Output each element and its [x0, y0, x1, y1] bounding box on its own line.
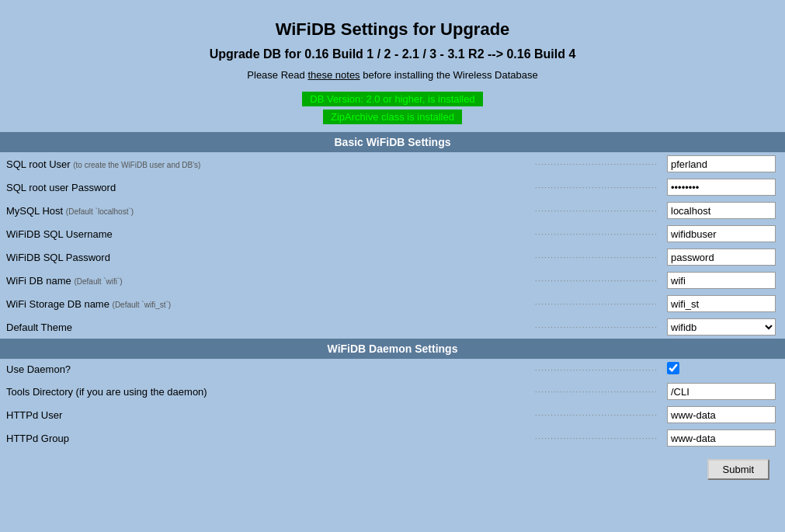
zip-archive-badge: ZipArchive class is installed	[323, 110, 462, 124]
notes-line: Please Read these notes before installin…	[0, 69, 785, 81]
sql-root-password-cell	[661, 176, 785, 199]
field-note: (to create the WiFiDB user and DB's)	[73, 161, 200, 169]
field-dots: ·······································	[264, 245, 661, 269]
sql-root-user-cell	[661, 152, 785, 176]
httpd-group-cell	[661, 426, 785, 450]
default-theme-cell: wifidb	[661, 315, 785, 339]
field-dots: ·······································	[264, 176, 661, 199]
tools-directory-cell	[661, 380, 785, 403]
table-row: HTTPd User······························…	[0, 403, 785, 426]
field-dots: ·······································	[264, 152, 661, 176]
use-daemon-input[interactable]	[667, 362, 679, 374]
db-version-badge: DB Version: 2.0 or higher, is installed	[302, 92, 482, 106]
default-theme-select[interactable]: wifidb	[667, 318, 776, 336]
field-note: (Default `wifi`)	[74, 277, 122, 286]
these-notes-link[interactable]: these notes	[307, 69, 360, 81]
use-daemon-label: Use Daemon?	[0, 359, 264, 380]
basic-settings-header: Basic WiFiDB Settings	[0, 132, 785, 152]
httpd-group-label: HTTPd Group	[0, 426, 264, 450]
wifi-db-name-cell	[661, 269, 785, 292]
table-row: WiFi Storage DB name (Default `wifi_st`)…	[0, 292, 785, 315]
httpd-user-input[interactable]	[667, 406, 776, 423]
submit-row: Submit	[0, 450, 785, 488]
field-dots: ·······································	[264, 292, 661, 315]
field-label: WiFiDB SQL Password	[6, 252, 110, 263]
mysql-host-cell	[661, 199, 785, 222]
httpd-user-label: HTTPd User	[0, 403, 264, 426]
table-row: SQL root User (to create the WiFiDB user…	[0, 152, 785, 176]
field-dots: ·······································	[264, 403, 661, 426]
httpd-group-input[interactable]	[667, 429, 776, 447]
wifidb-sql-username-cell	[661, 222, 785, 245]
table-row: Use Daemon?·····························…	[0, 359, 785, 380]
table-row: SQL root user Password··················…	[0, 176, 785, 199]
table-row: HTTPd Group·····························…	[0, 426, 785, 450]
table-row: Default Theme···························…	[0, 315, 785, 339]
wifi-storage-db-name-label: WiFi Storage DB name (Default `wifi_st`)	[0, 292, 264, 315]
field-dots: ·······································	[264, 315, 661, 339]
wifidb-sql-password-cell	[661, 245, 785, 269]
page-container: WiFiDB Settings for Upgrade Upgrade DB f…	[0, 0, 785, 495]
mysql-host-label: MySQL Host (Default `localhost`)	[0, 199, 264, 222]
sql-root-user-input[interactable]	[667, 155, 776, 172]
wifi-db-name-label: WiFi DB name (Default `wifi`)	[0, 269, 264, 292]
default-theme-label: Default Theme	[0, 315, 264, 339]
daemon-settings-table: Use Daemon?·····························…	[0, 359, 785, 450]
field-label: HTTPd Group	[6, 433, 69, 444]
field-label: SQL root User	[6, 158, 71, 170]
field-label: SQL root user Password	[6, 182, 116, 193]
httpd-user-cell	[661, 403, 785, 426]
wifi-storage-db-name-cell	[661, 292, 785, 315]
use-daemon-cell	[661, 359, 785, 380]
field-note: (Default `localhost`)	[66, 207, 134, 216]
mysql-host-input[interactable]	[667, 202, 776, 219]
field-dots: ·······································	[264, 222, 661, 245]
sql-root-password-label: SQL root user Password	[0, 176, 264, 199]
field-label: Use Daemon?	[6, 363, 71, 375]
sql-root-user-label: SQL root User (to create the WiFiDB user…	[0, 152, 264, 176]
wifi-db-name-input[interactable]	[667, 272, 776, 289]
subtitle: Upgrade DB for 0.16 Build 1 / 2 - 2.1 / …	[0, 47, 785, 61]
field-label: Tools Directory (if you are using the da…	[6, 386, 207, 398]
tools-directory-input[interactable]	[667, 383, 776, 400]
table-row: Tools Directory (if you are using the da…	[0, 380, 785, 403]
table-row: MySQL Host (Default `localhost`)········…	[0, 199, 785, 222]
page-title: WiFiDB Settings for Upgrade	[0, 19, 785, 40]
field-label: MySQL Host	[6, 205, 63, 217]
field-dots: ·······································	[264, 359, 661, 380]
status-block: DB Version: 2.0 or higher, is installed …	[0, 90, 785, 126]
table-row: WiFi DB name (Default `wifi`)···········…	[0, 269, 785, 292]
field-dots: ·······································	[264, 426, 661, 450]
basic-settings-table: SQL root User (to create the WiFiDB user…	[0, 152, 785, 339]
field-dots: ·······································	[264, 380, 661, 403]
wifi-storage-db-name-input[interactable]	[667, 295, 776, 312]
field-label: HTTPd User	[6, 409, 62, 421]
daemon-settings-header: WiFiDB Daemon Settings	[0, 339, 785, 359]
table-row: WiFiDB SQL Username·····················…	[0, 222, 785, 245]
notes-suffix: before installing the Wireless Database	[360, 69, 538, 81]
wifidb-sql-username-label: WiFiDB SQL Username	[0, 222, 264, 245]
field-label: WiFi DB name	[6, 275, 71, 287]
tools-directory-label: Tools Directory (if you are using the da…	[0, 380, 264, 403]
field-label: WiFiDB SQL Username	[6, 228, 113, 240]
wifidb-sql-password-label: WiFiDB SQL Password	[0, 245, 264, 269]
field-dots: ·······································	[264, 269, 661, 292]
sql-root-password-input[interactable]	[667, 179, 776, 196]
field-label: Default Theme	[6, 322, 72, 333]
field-note: (Default `wifi_st`)	[113, 301, 172, 309]
wifidb-sql-password-input[interactable]	[667, 249, 776, 266]
field-label: WiFi Storage DB name	[6, 298, 109, 310]
wifidb-sql-username-input[interactable]	[667, 225, 776, 242]
table-row: WiFiDB SQL Password·····················…	[0, 245, 785, 269]
notes-prefix: Please Read	[247, 69, 307, 81]
submit-button[interactable]: Submit	[707, 459, 769, 480]
field-dots: ·······································	[264, 199, 661, 222]
